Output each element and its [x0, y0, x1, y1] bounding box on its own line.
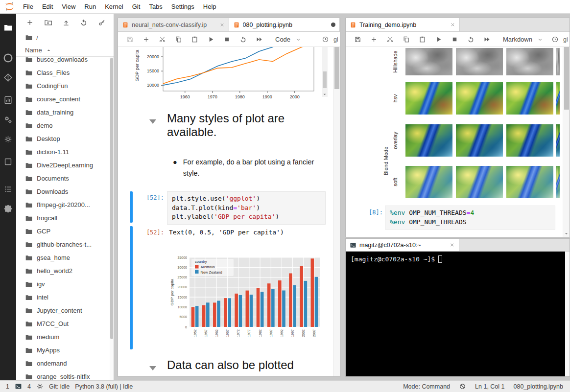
notebook-mode[interactable]: Mode: Command: [403, 383, 450, 390]
terminal-count[interactable]: 1: [6, 383, 9, 390]
scroll-down-caret-icon[interactable]: [322, 92, 327, 97]
cell-type-dropdown[interactable]: Code: [275, 36, 301, 43]
output-collapser[interactable]: [130, 226, 133, 349]
list-item-folder[interactable]: data_training: [16, 106, 110, 119]
list-item-folder[interactable]: frogcall: [16, 211, 110, 225]
close-tab-icon[interactable]: [450, 242, 455, 248]
cell-type-dropdown[interactable]: Markdown: [503, 36, 543, 43]
interrupt-kernel-button[interactable]: [219, 33, 235, 46]
tab-neural-nets-conv-classify[interactable]: neural_nets-conv-classify.ip: [118, 18, 229, 31]
refresh-icon[interactable]: [80, 19, 88, 26]
terminal-output[interactable]: [magitz@c0702a-s10 ~]$: [346, 252, 565, 376]
input-collapser[interactable]: [130, 191, 133, 223]
restart-kernel-button[interactable]: [235, 33, 251, 46]
square-panel-icon[interactable]: [0, 152, 16, 171]
list-item-folder[interactable]: orange_soltis-nitfix: [16, 370, 110, 380]
scroll-down-caret-icon[interactable]: [564, 231, 569, 236]
run-cell-button[interactable]: [203, 33, 219, 46]
menu-kernel[interactable]: Kernel: [100, 0, 128, 14]
breadcrumb[interactable]: /: [16, 31, 114, 44]
file-browser-icon[interactable]: [0, 18, 16, 37]
list-item-folder[interactable]: MyApps: [16, 344, 110, 357]
paste-cells-button[interactable]: [187, 33, 203, 46]
active-file-name[interactable]: 080_plotting.ipynb: [514, 383, 563, 390]
save-button[interactable]: [350, 33, 366, 46]
list-item-folder[interactable]: intel: [16, 291, 110, 304]
git-status[interactable]: Git: idle: [49, 383, 70, 390]
checkpoint-clock-button[interactable]: [317, 33, 333, 46]
cursor-position[interactable]: Ln 1, Col 1: [475, 383, 504, 390]
menu-help[interactable]: Help: [199, 0, 221, 14]
running-sessions-circle-icon[interactable]: [0, 48, 16, 68]
tab-training-demo[interactable]: Training_demo.ipynb: [346, 18, 460, 31]
menu-view[interactable]: View: [57, 0, 80, 14]
breadcrumb-root[interactable]: /: [36, 34, 38, 42]
paste-cells-button[interactable]: [414, 33, 430, 46]
list-item-folder[interactable]: hello_world2: [16, 264, 110, 277]
cut-cells-button[interactable]: [154, 33, 170, 46]
list-item-folder[interactable]: GCP: [16, 225, 110, 238]
new-folder-icon[interactable]: [44, 19, 52, 26]
copy-cells-button[interactable]: [170, 33, 187, 46]
list-item-folder[interactable]: Downloads: [16, 185, 110, 198]
menu-edit[interactable]: Edit: [38, 0, 57, 14]
menu-run[interactable]: Run: [80, 0, 100, 14]
document-chart-icon[interactable]: [0, 90, 16, 110]
list-item-folder[interactable]: CodingFun: [16, 79, 110, 92]
notebook-scrollbar[interactable]: [563, 47, 570, 237]
code-editor[interactable]: %env OMP_NUM_THREADS=4%env OMP_NUM_THREA…: [385, 206, 555, 230]
file-list-scrollbar[interactable]: [110, 57, 114, 380]
output-scrollbar[interactable]: [322, 47, 328, 97]
notebook-scrollbar[interactable]: [333, 47, 340, 376]
git-clone-icon[interactable]: [98, 19, 106, 26]
run-cell-button[interactable]: [430, 33, 447, 46]
list-item-folder[interactable]: github-branches-t...: [16, 238, 110, 251]
table-of-contents-icon[interactable]: [0, 179, 16, 199]
terminal-icon[interactable]: [15, 383, 22, 390]
list-item-folder[interactable]: igv: [16, 277, 110, 291]
save-button[interactable]: [122, 33, 138, 46]
upload-icon[interactable]: [62, 19, 70, 26]
restart-run-all-button[interactable]: [251, 33, 267, 46]
list-item-folder[interactable]: ondemand: [16, 357, 110, 370]
extension-puzzle-icon[interactable]: [0, 199, 16, 218]
clipped-git-button[interactable]: git: [333, 36, 338, 43]
list-item-folder[interactable]: gsea_home: [16, 251, 110, 264]
list-item-folder[interactable]: Dive2DeepLearning: [16, 159, 110, 172]
list-item-folder[interactable]: Documents: [16, 172, 110, 185]
tab-080-plotting[interactable]: 080_plotting.ipynb: [229, 18, 340, 31]
list-item-folder[interactable]: Desktop: [16, 132, 110, 145]
menu-settings[interactable]: Settings: [167, 0, 199, 14]
close-tab-icon[interactable]: [450, 22, 455, 27]
kernel-sessions-icon[interactable]: [36, 383, 44, 390]
restart-run-all-button[interactable]: [479, 33, 495, 46]
menu-file[interactable]: File: [19, 0, 38, 14]
new-launcher-icon[interactable]: [26, 19, 34, 26]
file-list-name-header[interactable]: Name: [16, 44, 114, 57]
kernel-count[interactable]: 4: [27, 383, 31, 390]
tab-terminal-magitz[interactable]: magitz@c0702a-s10:~: [346, 239, 459, 251]
interrupt-kernel-button[interactable]: [447, 33, 463, 46]
git-diamond-icon[interactable]: [0, 68, 16, 87]
kernel-status[interactable]: Python 3.8 (full) | Idle: [75, 383, 133, 390]
cut-cells-button[interactable]: [382, 33, 398, 46]
list-item-folder[interactable]: diction-1.11: [16, 145, 110, 159]
heading-collapse-caret[interactable]: [149, 366, 156, 370]
insert-cell-button[interactable]: [138, 33, 154, 46]
restart-kernel-button[interactable]: [463, 33, 479, 46]
list-item-folder[interactable]: M7CC_Out: [16, 317, 110, 330]
close-tab-icon[interactable]: [219, 22, 225, 27]
list-item-folder[interactable]: medium: [16, 330, 110, 344]
scrollbar-thumb[interactable]: [334, 47, 339, 89]
scrollbar-thumb[interactable]: [564, 47, 569, 110]
list-item-folder[interactable]: course_content: [16, 92, 110, 106]
insert-cell-button[interactable]: [366, 33, 382, 46]
list-item-folder[interactable]: Class_Files: [16, 66, 110, 79]
scrollbar-thumb[interactable]: [110, 58, 113, 339]
copy-cells-button[interactable]: [398, 33, 414, 46]
gears-icon[interactable]: [0, 110, 16, 129]
menu-git[interactable]: Git: [128, 0, 145, 14]
menu-tabs[interactable]: Tabs: [144, 0, 166, 14]
heading-collapse-caret[interactable]: [149, 119, 156, 124]
code-editor[interactable]: plt.style.use('ggplot')data.T.plot(kind=…: [167, 191, 326, 225]
